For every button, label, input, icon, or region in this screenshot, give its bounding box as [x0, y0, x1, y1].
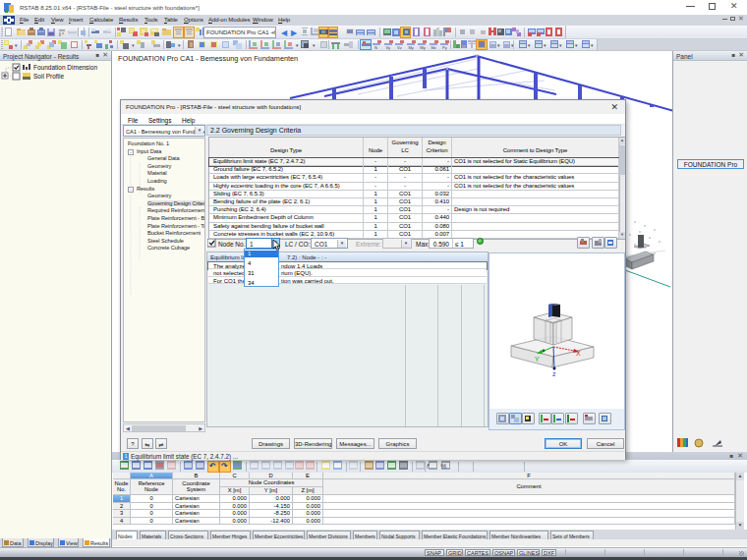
svg-text:z: z [552, 370, 556, 377]
svg-text:X: X [576, 350, 581, 357]
svg-text:Y: Y [535, 356, 540, 363]
